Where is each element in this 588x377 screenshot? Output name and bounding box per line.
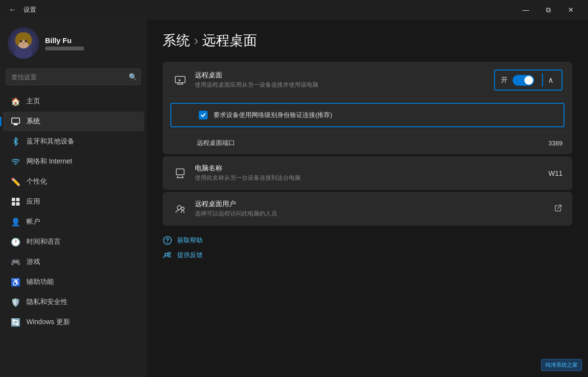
gaming-icon: 🎮 xyxy=(11,257,21,267)
sidebar-item-update[interactable]: 🔄 Windows 更新 xyxy=(3,312,144,332)
sidebar-item-label-network: 网络和 Internet xyxy=(26,157,72,166)
remote-users-text: 远程桌面用户 选择可以远程访问此电脑的人员 xyxy=(195,200,554,218)
feedback-label: 提供反馈 xyxy=(177,251,203,259)
remote-desktop-description: 使用远程桌面应用从另一设备连接并使用该电脑 xyxy=(195,81,494,89)
app-container: Billy Fu 🔍 🏠 主页 xyxy=(0,20,588,377)
get-help-link[interactable]: 获取帮助 xyxy=(163,236,572,245)
checkbox-row[interactable]: 要求设备使用网络级别身份验证连接(推荐) xyxy=(170,103,564,127)
sidebar-item-personalize[interactable]: ✏️ 个性化 xyxy=(3,172,144,191)
breadcrumb-parent: 系统 xyxy=(163,31,190,50)
remote-desktop-header: 远程桌面 使用远程桌面应用从另一设备连接并使用该电脑 开 ∧ xyxy=(163,62,572,99)
user-bar xyxy=(45,47,84,50)
get-help-label: 获取帮助 xyxy=(177,236,203,245)
port-value: 3389 xyxy=(548,140,563,147)
computer-name-icon xyxy=(172,165,188,181)
svg-point-1 xyxy=(15,47,32,59)
sidebar-item-label-personalize: 个性化 xyxy=(26,177,47,186)
user-name: Billy Fu xyxy=(45,36,84,45)
search-input[interactable] xyxy=(6,69,141,85)
external-link-icon[interactable] xyxy=(554,204,563,214)
remote-desktop-section: 远程桌面 使用远程桌面应用从另一设备连接并使用该电脑 开 ∧ xyxy=(163,62,572,154)
sidebar-item-label-system: 系统 xyxy=(26,117,40,126)
expand-button[interactable]: ∧ xyxy=(542,73,556,87)
svg-rect-19 xyxy=(176,169,184,175)
watermark: 纯净系统之家 xyxy=(541,359,582,371)
sidebar-item-accounts[interactable]: 👤 帐户 xyxy=(3,212,144,232)
minimize-button[interactable]: — xyxy=(515,2,537,18)
sidebar-item-label-gaming: 游戏 xyxy=(26,258,40,266)
search-box: 🔍 xyxy=(6,69,141,85)
computer-name-title: 电脑名称 xyxy=(195,164,548,173)
remote-desktop-title: 远程桌面 xyxy=(195,71,494,80)
svg-point-12 xyxy=(15,164,16,165)
svg-rect-15 xyxy=(12,202,15,206)
close-button[interactable]: ✕ xyxy=(560,2,582,18)
privacy-icon: 🛡️ xyxy=(11,297,21,307)
sidebar-item-label-accessibility: 辅助功能 xyxy=(26,278,54,286)
svg-point-26 xyxy=(168,253,171,255)
svg-point-6 xyxy=(20,40,23,43)
sidebar-item-accessibility[interactable]: ♿ 辅助功能 xyxy=(3,272,144,292)
titlebar-title: 设置 xyxy=(24,5,36,14)
breadcrumb: 系统 › 远程桌面 xyxy=(163,31,572,50)
sidebar-item-gaming[interactable]: 🎮 游戏 xyxy=(3,252,144,272)
port-row: 远程桌面端口 3389 xyxy=(163,131,572,154)
sidebar-item-time[interactable]: 🕐 时间和语言 xyxy=(3,232,144,252)
computer-name-value: W11 xyxy=(548,169,563,177)
svg-rect-17 xyxy=(175,76,185,83)
sidebar-item-system[interactable]: 系统 xyxy=(3,112,144,131)
sidebar-item-privacy[interactable]: 🛡️ 隐私和安全性 xyxy=(3,292,144,312)
remote-desktop-toggle[interactable] xyxy=(513,75,534,86)
sidebar: Billy Fu 🔍 🏠 主页 xyxy=(0,20,147,377)
search-icon: 🔍 xyxy=(129,73,137,81)
help-section: 获取帮助 提供反馈 xyxy=(163,236,572,260)
computer-name-desc: 使用此名称从另一台设备连接到这台电脑 xyxy=(195,174,548,182)
sidebar-nav: 🏠 主页 系统 蓝牙和其他设备 xyxy=(0,91,147,332)
sidebar-item-home[interactable]: 🏠 主页 xyxy=(3,92,144,111)
apps-icon xyxy=(11,197,21,207)
sidebar-item-bluetooth[interactable]: 蓝牙和其他设备 xyxy=(3,132,144,151)
titlebar-left: ← 设置 xyxy=(6,3,36,16)
svg-point-22 xyxy=(181,207,184,210)
time-icon: 🕐 xyxy=(11,237,21,247)
avatar xyxy=(8,27,39,59)
remote-users-icon xyxy=(172,201,188,217)
breadcrumb-current: 远程桌面 xyxy=(202,31,257,50)
checkbox-nla[interactable] xyxy=(199,111,208,119)
remote-users-row[interactable]: 远程桌面用户 选择可以远程访问此电脑的人员 xyxy=(163,192,572,226)
svg-point-24 xyxy=(167,242,168,243)
breadcrumb-separator: › xyxy=(194,33,198,48)
titlebar-controls: — ⧉ ✕ xyxy=(515,2,582,18)
restore-button[interactable]: ⧉ xyxy=(537,2,560,18)
sidebar-item-label-apps: 应用 xyxy=(26,197,40,206)
sidebar-item-apps[interactable]: 应用 xyxy=(3,192,144,212)
computer-name-row: 电脑名称 使用此名称从另一台设备连接到这台电脑 W11 xyxy=(163,156,572,190)
titlebar: ← 设置 — ⧉ ✕ xyxy=(0,0,588,20)
sidebar-item-label-update: Windows 更新 xyxy=(26,318,70,327)
user-info: Billy Fu xyxy=(45,36,84,50)
sidebar-item-label-accounts: 帐户 xyxy=(26,217,40,226)
port-label: 远程桌面端口 xyxy=(197,139,548,147)
home-icon: 🏠 xyxy=(11,96,21,106)
svg-point-7 xyxy=(25,40,27,43)
toggle-knob xyxy=(524,76,533,85)
feedback-link[interactable]: 提供反馈 xyxy=(163,250,572,260)
user-section: Billy Fu xyxy=(0,20,147,65)
bluetooth-icon xyxy=(11,137,21,146)
remote-users-desc: 选择可以远程访问此电脑的人员 xyxy=(195,210,554,218)
svg-rect-16 xyxy=(16,202,20,206)
back-button[interactable]: ← xyxy=(6,3,20,16)
remote-desktop-header-icon xyxy=(172,72,188,88)
svg-point-4 xyxy=(15,35,20,45)
sidebar-item-label-home: 主页 xyxy=(26,97,40,106)
accounts-icon: 👤 xyxy=(11,217,21,227)
svg-rect-14 xyxy=(16,198,20,201)
feedback-icon xyxy=(163,250,172,260)
sidebar-item-network[interactable]: 网络和 Internet xyxy=(3,152,144,171)
remote-users-section: 远程桌面用户 选择可以远程访问此电脑的人员 xyxy=(163,192,572,226)
checkbox-nla-label: 要求设备使用网络级别身份验证连接(推荐) xyxy=(213,111,332,119)
personalize-icon: ✏️ xyxy=(11,177,21,187)
sidebar-item-label-time: 时间和语言 xyxy=(26,237,61,246)
svg-point-8 xyxy=(23,43,24,45)
remote-desktop-toggle-area[interactable]: 开 ∧ xyxy=(494,70,563,91)
